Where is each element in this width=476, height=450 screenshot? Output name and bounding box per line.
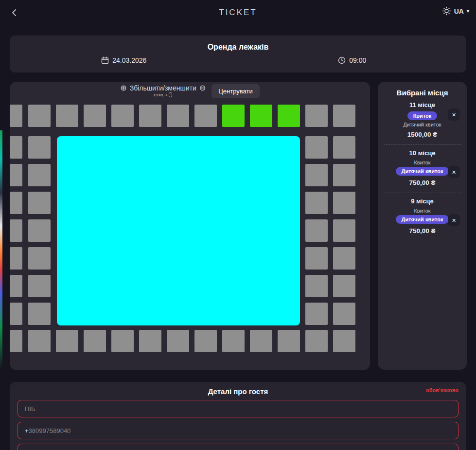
seat-price: 750,00 ₴: [384, 179, 461, 186]
zoom-hint: CTRL +: [120, 92, 206, 97]
seat[interactable]: [139, 105, 161, 127]
page: TICKET UA ▾ Оренда лежаків: [0, 0, 476, 450]
remove-seat-button[interactable]: ×: [448, 214, 460, 226]
seat-price: 750,00 ₴: [384, 227, 461, 234]
seat-price: 1500,00 ₴: [384, 131, 461, 138]
zoom-in-icon[interactable]: ⊕: [120, 84, 126, 92]
required-note: обов'язково: [426, 387, 458, 393]
name-input[interactable]: [18, 400, 458, 417]
seat[interactable]: [333, 105, 355, 127]
language-label: UA: [454, 7, 464, 15]
seat[interactable]: [278, 330, 300, 352]
seat[interactable]: [305, 105, 328, 127]
seat[interactable]: [305, 219, 328, 242]
seat[interactable]: [28, 164, 51, 186]
seat[interactable]: [10, 192, 22, 214]
ticket-type-label: Квиток: [384, 160, 461, 165]
seat[interactable]: [305, 136, 328, 159]
seat[interactable]: [10, 330, 22, 352]
seat[interactable]: [333, 164, 355, 186]
selected-seat-item: 11 місцеКвитокДитячий квиток1500,00 ₴×: [384, 97, 461, 144]
language-switcher[interactable]: UA ▾: [442, 6, 469, 16]
seat[interactable]: [28, 192, 51, 214]
header: TICKET UA ▾: [0, 0, 476, 25]
seat[interactable]: [84, 330, 106, 352]
seat[interactable]: [10, 247, 22, 270]
pool-area: [57, 136, 300, 325]
seat[interactable]: [305, 247, 328, 270]
zoom-controls: ⊕ Збільшити/зменшити ⊖ CTRL +: [120, 84, 206, 97]
seat[interactable]: [250, 330, 272, 352]
seat-selected[interactable]: [222, 105, 245, 127]
event-date: 24.03.2026: [10, 56, 238, 64]
remove-seat-button[interactable]: ×: [448, 166, 460, 178]
seat[interactable]: [167, 105, 189, 127]
seat[interactable]: [56, 330, 78, 352]
seat[interactable]: [333, 275, 355, 297]
seat[interactable]: [222, 330, 245, 352]
phone-field[interactable]: +: [18, 422, 458, 439]
remove-seat-button[interactable]: ×: [448, 108, 460, 121]
seat[interactable]: [10, 303, 22, 325]
seat[interactable]: [28, 219, 51, 242]
seat[interactable]: [28, 330, 51, 352]
brightness-icon[interactable]: [442, 6, 451, 16]
selected-seats-sidebar: Вибрані місця 11 місцеКвитокДитячий квит…: [378, 82, 467, 370]
background-artwork-sliver: [0, 130, 2, 370]
page-title: TICKET: [0, 8, 476, 18]
form-title: Деталі про гостя: [18, 382, 458, 396]
selected-seat-item: 10 місцеКвитокДитячий квиток750,00 ₴×: [384, 144, 461, 193]
seat[interactable]: [84, 105, 106, 127]
seat[interactable]: [139, 330, 161, 352]
seat[interactable]: [10, 219, 22, 242]
center-map-button[interactable]: Центрувати: [212, 84, 259, 98]
seat[interactable]: [28, 247, 51, 270]
seat[interactable]: [28, 303, 51, 325]
seat[interactable]: [333, 247, 355, 270]
seat[interactable]: [167, 330, 189, 352]
seat[interactable]: [194, 105, 217, 127]
event-title: Оренда лежаків: [10, 43, 466, 52]
seat-number-label: 11 місце: [384, 101, 461, 108]
seat[interactable]: [333, 219, 355, 242]
seat[interactable]: [305, 330, 328, 352]
guest-details-card: обов'язково Деталі про гостя +: [10, 382, 466, 450]
map-controls: ⊕ Збільшити/зменшити ⊖ CTRL + Центрувати: [10, 82, 370, 98]
seat[interactable]: [305, 192, 328, 214]
ticket-type-label: Дитячий квиток: [384, 122, 461, 127]
chevron-down-icon: ▾: [467, 8, 469, 14]
seat[interactable]: [333, 192, 355, 214]
event-time-label: 09:00: [349, 56, 366, 64]
event-date-label: 24.03.2026: [112, 56, 146, 64]
clock-icon: [338, 56, 346, 64]
seat[interactable]: [111, 330, 134, 352]
seat[interactable]: [333, 303, 355, 325]
ticket-type-label: Квиток: [384, 208, 461, 214]
seat[interactable]: [10, 136, 22, 159]
seat[interactable]: [28, 105, 51, 127]
seat[interactable]: [194, 330, 217, 352]
event-meta: 24.03.2026 09:00: [10, 56, 466, 64]
seat-selected[interactable]: [250, 105, 272, 127]
seat-selected[interactable]: [278, 105, 300, 127]
zoom-label: Збільшити/зменшити: [130, 84, 196, 92]
seat[interactable]: [305, 303, 328, 325]
email-input[interactable]: [18, 444, 458, 450]
seat[interactable]: [111, 105, 134, 127]
seat[interactable]: [333, 330, 355, 352]
zoom-out-icon[interactable]: ⊖: [199, 84, 206, 92]
seat[interactable]: [305, 275, 328, 297]
seat[interactable]: [10, 164, 22, 186]
calendar-icon: [101, 56, 109, 64]
seat[interactable]: [333, 136, 355, 159]
seat[interactable]: [305, 164, 328, 186]
seat[interactable]: [56, 105, 78, 127]
phone-prefix: +: [25, 427, 29, 434]
seat[interactable]: [28, 275, 51, 297]
seat[interactable]: [10, 105, 22, 127]
seat[interactable]: [10, 275, 22, 297]
mouse-icon: [169, 92, 172, 97]
phone-input[interactable]: [29, 427, 451, 434]
event-card: Оренда лежаків 24.03.2026: [10, 36, 466, 72]
seat[interactable]: [28, 136, 51, 159]
